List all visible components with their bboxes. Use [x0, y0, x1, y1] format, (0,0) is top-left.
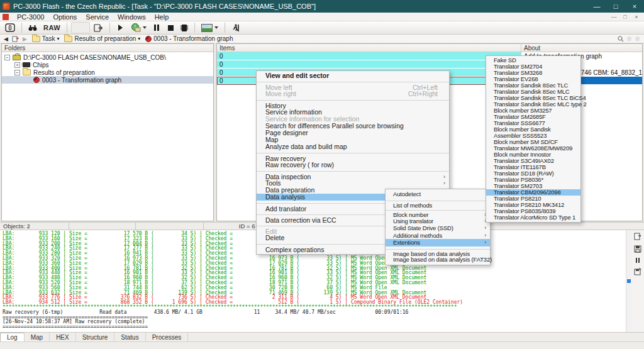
close-button[interactable]: ×: [625, 0, 644, 13]
play-icon[interactable]: [114, 22, 126, 33]
context-menu-item[interactable]: Move left Ctrl+Left ›: [257, 82, 449, 91]
menu-item-label: Translator AlcorMicro SD Type 1: [494, 214, 584, 221]
search-icon[interactable]: [618, 36, 624, 42]
submenu-item[interactable]: Using translator ›: [386, 218, 490, 225]
menu-item[interactable]: PC-3000: [13, 13, 48, 21]
menu-item-label: Data inspection: [265, 174, 438, 180]
context-menu-item[interactable]: View and edit sector ›: [257, 72, 449, 79]
save-log-icon[interactable]: [634, 245, 641, 253]
minimize-button[interactable]: —: [587, 0, 606, 13]
tree-root-label: D:\PC-3000 FLASH CASES\NONAME_USB_COB\: [23, 54, 166, 61]
expand-icon[interactable]: [14, 62, 20, 68]
context-menu-item[interactable]: Move right Ctrl+Right ›: [257, 91, 449, 97]
collapse-icon[interactable]: [4, 55, 10, 60]
mdi-close-button[interactable]: ×: [631, 14, 641, 20]
menu-item[interactable]: Help: [150, 13, 174, 21]
process-runner-icon[interactable]: [229, 22, 242, 33]
submenu-item[interactable]: Image based on data analysis (FAT32) ›: [386, 256, 490, 263]
context-menu-item[interactable]: Page designer ›: [257, 130, 449, 136]
bottom-tab[interactable]: Map: [25, 333, 50, 341]
status-segment: [69, 223, 136, 230]
scroll-marker: [627, 279, 631, 283]
raw-button[interactable]: RAW: [41, 22, 63, 33]
menu-item[interactable]: Windows: [113, 13, 150, 21]
submenu-item[interactable]: Translator AlcorMicro SD Type 1 ›: [486, 214, 580, 221]
menu-item-label: Raw recovery ( for row): [265, 162, 438, 169]
context-menu-item[interactable]: Analyze data and build map ›: [257, 143, 449, 150]
submenu-item[interactable]: Autodetect ›: [386, 191, 490, 198]
favorite-edit-icon[interactable]: ☆: [626, 35, 632, 42]
safe-icon[interactable]: [3, 22, 18, 33]
breadcrumb-results[interactable]: Results of preparation ▾: [63, 35, 142, 42]
nav-up-icon[interactable]: [12, 35, 19, 42]
context-menu-item[interactable]: Raw recovery ›: [257, 153, 449, 162]
menu-item-label: Using translator: [393, 218, 481, 224]
objects-count: Objects: 2: [0, 223, 69, 230]
context-menu-item[interactable]: Data inspection ›: [257, 171, 449, 180]
mdi-restore-button[interactable]: □: [620, 14, 630, 20]
maximize-button[interactable]: □: [606, 0, 625, 13]
breadcrumb-task[interactable]: Task ▾: [31, 35, 61, 42]
bottom-tab[interactable]: Processes: [146, 333, 189, 341]
submenu-arrow-icon: ›: [440, 180, 445, 187]
submenu-item[interactable]: Block number ›: [386, 210, 490, 218]
bottom-tab[interactable]: Status: [114, 333, 145, 341]
menu-item-label: Page designer: [265, 130, 438, 136]
chevron-down-icon[interactable]: ▾: [57, 36, 59, 42]
submenu-item[interactable]: Image based on data analysis ›: [386, 249, 490, 257]
submenu-item[interactable]: Solid State Drive (SSD) ›: [386, 224, 490, 232]
context-menu-item[interactable]: Raw recovery ( for row) ›: [257, 162, 449, 169]
log-scrollbar[interactable]: [626, 230, 631, 332]
favorite-icon[interactable]: ☆: [635, 35, 640, 42]
transformation-graph-icon: [33, 77, 40, 83]
context-menu-item[interactable]: History ›: [257, 100, 449, 109]
log-line: ========================================…: [3, 324, 626, 330]
items-column-header[interactable]: Items: [217, 44, 521, 52]
folder-icon: [32, 36, 40, 42]
submenu-item[interactable]: Extentions ›: [386, 239, 490, 247]
tree-node-root[interactable]: D:\PC-3000 FLASH CASES\NONAME_USB_COB\: [2, 53, 213, 61]
export-log-icon[interactable]: [634, 233, 641, 240]
items-row-value: 0: [219, 53, 223, 60]
submenu-item[interactable]: List of methods ›: [386, 201, 490, 208]
tree-node-chips[interactable]: Chips: [2, 61, 213, 69]
bottom-tab[interactable]: HEX: [50, 333, 76, 341]
folder-icon: [64, 36, 72, 42]
breadcrumb-graph[interactable]: 0003 - Transformation graph: [144, 35, 234, 42]
data-analysis-submenu: Autodetect › List of methods › Block num…: [385, 189, 491, 265]
tree-node-results[interactable]: Results of preparation: [2, 69, 213, 76]
items-row[interactable]: 0: [217, 52, 521, 60]
collapse-icon[interactable]: [14, 70, 20, 75]
tree-node-graph[interactable]: 0003 - Transformation graph: [2, 76, 213, 84]
dropdown-arrow-icon: [214, 26, 218, 29]
chips-icon: [23, 62, 30, 67]
menu-item-label: Autodetect: [393, 191, 481, 197]
global-mode-icon[interactable]: [128, 22, 149, 33]
menu-item[interactable]: Options: [48, 13, 81, 21]
tree-chips-label: Chips: [33, 62, 49, 69]
exit-task-icon[interactable]: [91, 22, 106, 33]
items-row[interactable]: 0 ECC: [217, 60, 521, 69]
toolbar-separator: [67, 23, 67, 33]
about-column-header[interactable]: About: [521, 44, 642, 52]
stop-icon[interactable]: [164, 22, 177, 33]
submenu-item[interactable]: Additional methods ›: [386, 232, 490, 240]
bottom-tab[interactable]: Log: [0, 333, 25, 341]
nav-forward-icon[interactable]: ▶: [21, 36, 28, 42]
toolbar-separator: [109, 23, 110, 33]
status-strip: [0, 341, 644, 349]
menu-item[interactable]: Service: [81, 13, 113, 21]
mdi-minimize-button[interactable]: —: [609, 14, 619, 20]
bottom-tab[interactable]: Structure: [76, 333, 115, 341]
pause-log-icon[interactable]: [636, 258, 640, 263]
window-title: PC-3000 Flash - the Czech Republic - [Ta…: [13, 3, 587, 10]
image-view-icon[interactable]: [199, 22, 221, 33]
nav-back-icon[interactable]: ◀: [3, 36, 9, 42]
pause-icon[interactable]: [150, 22, 163, 33]
autosave-log-icon[interactable]: [634, 268, 641, 275]
chip-icon[interactable]: [178, 22, 191, 33]
chevron-down-icon[interactable]: ▾: [138, 36, 140, 42]
toolbar: RAW: [0, 21, 644, 35]
search-binoculars-icon[interactable]: [26, 22, 40, 33]
extensions-submenu: Fake SD › Translator SM2704 › Translator…: [486, 55, 581, 223]
